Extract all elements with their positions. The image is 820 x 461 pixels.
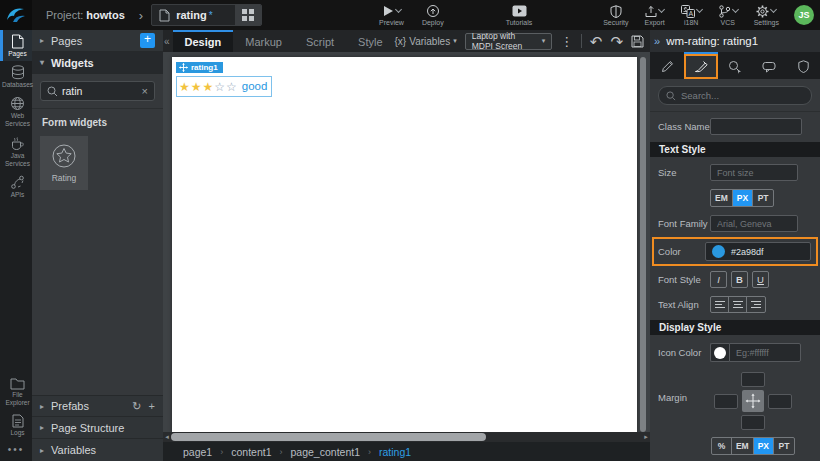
prefabs-section-header[interactable]: ▸ Prefabs ↻ + — [32, 395, 163, 417]
align-left-icon[interactable] — [711, 297, 729, 312]
variables-section-header[interactable]: ▸ Variables — [32, 439, 163, 461]
margin-bottom-input[interactable] — [741, 415, 765, 430]
page-structure-section-header[interactable]: ▸ Page Structure — [32, 417, 163, 439]
tab-style[interactable]: Style — [346, 30, 394, 52]
size-unit-pt[interactable]: PT — [753, 190, 773, 206]
rail-item-pages[interactable]: Pages — [0, 30, 32, 61]
tab-security[interactable] — [786, 52, 820, 79]
pages-section-header[interactable]: ▸ Pages + — [32, 30, 163, 52]
chat-bubble-icon — [762, 61, 776, 73]
font-family-input[interactable] — [710, 215, 798, 232]
add-page-button[interactable]: + — [140, 33, 155, 48]
margin-left-input[interactable] — [714, 394, 738, 409]
top-bar-center-actions: Preview Deploy Tutorials — [372, 0, 539, 30]
color-input[interactable]: #2a98df — [705, 242, 811, 261]
i18n-caret-icon — [696, 5, 703, 12]
rail-item-databases[interactable]: Databases — [0, 61, 32, 92]
page-grid-icon[interactable] — [235, 4, 261, 26]
undo-button[interactable]: ↶ — [590, 34, 603, 49]
preview-button[interactable]: Preview — [372, 0, 411, 30]
breadcrumb-page-content1[interactable]: page_content1 — [291, 446, 360, 458]
clear-search-icon[interactable]: × — [142, 85, 148, 97]
collapse-left-panel-icon[interactable]: « — [163, 36, 173, 47]
design-canvas[interactable]: rating1 ★★★☆☆ good — [163, 52, 650, 432]
vertical-scrollbar[interactable] — [640, 57, 646, 432]
search-cursor-icon — [728, 60, 742, 74]
search-icon — [666, 91, 676, 101]
device-selector[interactable]: Laptop with MDPI Screen▾ — [465, 33, 552, 50]
stars-filled[interactable]: ★★★ — [179, 80, 214, 94]
horizontal-scrollbar-handle[interactable] — [171, 433, 486, 441]
page-surface[interactable]: rating1 ★★★☆☆ good — [172, 57, 637, 432]
refresh-prefabs-icon[interactable]: ↻ — [132, 400, 141, 413]
tab-messages[interactable] — [752, 52, 786, 79]
collapse-right-panel-icon[interactable]: » — [654, 35, 660, 47]
breadcrumb-page1[interactable]: page1 — [183, 446, 212, 458]
user-avatar[interactable]: JS — [794, 5, 814, 25]
rail-item-file-explorer[interactable]: File Explorer — [0, 373, 32, 410]
rating-widget-body[interactable]: ★★★☆☆ good — [176, 76, 272, 97]
align-right-icon[interactable] — [747, 297, 765, 312]
widget-selection-label[interactable]: rating1 — [176, 62, 223, 73]
page-tab-rating[interactable]: rating * — [151, 4, 261, 26]
horizontal-scrollbar[interactable]: ◂ ▸ — [163, 432, 650, 442]
rail-item-logs[interactable]: Logs — [0, 410, 32, 440]
save-button[interactable] — [631, 35, 644, 48]
size-unit-px[interactable]: PX — [733, 190, 753, 206]
margin-top-input[interactable] — [741, 372, 765, 387]
tab-markup[interactable]: Markup — [233, 30, 294, 52]
more-options-icon[interactable]: ⋮ — [560, 35, 573, 48]
rail-item-apis[interactable]: APIs — [0, 171, 32, 202]
variables-dropdown[interactable]: {x}Variables▾ — [395, 36, 457, 47]
vertical-scrollbar-handle[interactable] — [640, 57, 646, 432]
rating-widget-instance[interactable]: rating1 ★★★☆☆ good — [176, 58, 272, 97]
breadcrumb-content1[interactable]: content1 — [231, 446, 271, 458]
vcs-button[interactable]: VCS — [711, 0, 745, 30]
add-prefab-icon[interactable]: + — [149, 400, 155, 412]
breadcrumb-rating1[interactable]: rating1 — [379, 446, 411, 458]
redo-button[interactable]: ↷ — [610, 34, 623, 49]
property-search-input[interactable] — [681, 90, 804, 101]
margin-unit-em[interactable]: EM — [732, 438, 754, 454]
margin-right-input[interactable] — [768, 394, 792, 409]
tab-styles[interactable] — [684, 52, 718, 79]
pencil-icon — [661, 60, 674, 73]
margin-all-handle[interactable] — [742, 390, 764, 412]
tab-script[interactable]: Script — [294, 30, 346, 52]
i18n-button[interactable]: A i18N — [674, 0, 709, 30]
tutorials-button[interactable]: Tutorials — [499, 0, 540, 30]
align-center-icon[interactable] — [729, 297, 747, 312]
top-bar: Project: howtos › rating * Preview Deplo… — [0, 0, 820, 30]
tab-events[interactable] — [718, 52, 752, 79]
tab-design[interactable]: Design — [173, 30, 234, 52]
margin-unit-pt[interactable]: PT — [774, 438, 794, 454]
class-name-input[interactable] — [710, 118, 802, 135]
tab-properties[interactable] — [650, 52, 684, 79]
size-unit-em[interactable]: EM — [711, 190, 733, 206]
margin-unit-px[interactable]: PX — [754, 438, 774, 454]
margin-unit-percent[interactable]: % — [712, 438, 732, 454]
underline-button[interactable]: U — [752, 271, 769, 288]
security-button[interactable]: Security — [596, 0, 635, 30]
widget-search-input[interactable] — [58, 85, 142, 97]
export-button[interactable]: Export — [637, 0, 671, 30]
bold-button[interactable]: B — [731, 271, 748, 288]
shield-outline-icon — [798, 60, 809, 73]
font-size-input[interactable] — [710, 164, 798, 181]
deploy-button[interactable]: Deploy — [415, 0, 451, 30]
icon-color-input[interactable] — [729, 343, 801, 362]
color-row-highlighted: Color #2a98df — [653, 238, 817, 265]
stars-empty[interactable]: ☆☆ — [214, 80, 238, 94]
rail-item-java-services[interactable]: Java Services — [0, 132, 32, 171]
color-swatch[interactable] — [712, 245, 725, 258]
scroll-right-icon[interactable]: ▸ — [642, 433, 650, 441]
settings-button[interactable]: Settings — [747, 0, 786, 30]
rail-item-web-services[interactable]: Web Services — [0, 92, 32, 131]
scroll-left-icon[interactable]: ◂ — [163, 433, 171, 441]
app-logo[interactable] — [0, 0, 32, 30]
italic-button[interactable]: I — [710, 271, 727, 288]
widgets-section-header[interactable]: ▾ Widgets — [32, 52, 163, 74]
rating-widget-tile[interactable]: Rating — [40, 136, 88, 190]
icon-color-swatch[interactable] — [710, 343, 729, 362]
rail-overflow-button[interactable]: ••• — [0, 440, 32, 461]
